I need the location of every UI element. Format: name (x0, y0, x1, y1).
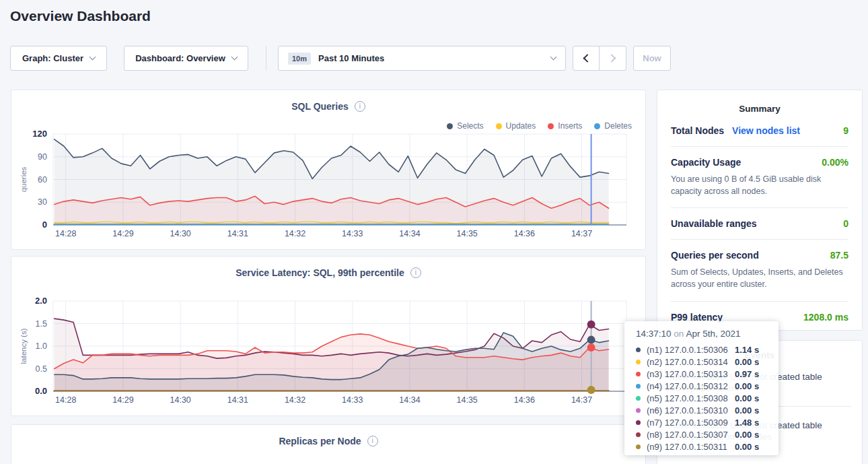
crosshair-dot (587, 386, 595, 394)
summary-row-value: 87.5 (830, 250, 848, 261)
x-tick-label: 14:36 (514, 229, 535, 238)
series-dot-icon (636, 384, 641, 389)
dashboard-dropdown-label: Dashboard: Overview (135, 53, 225, 63)
chevron-right-icon (608, 54, 616, 63)
x-tick-label: 14:35 (457, 395, 478, 405)
x-tick-label: 14:30 (170, 395, 191, 405)
tooltip-time: 14:37:10 (636, 329, 672, 339)
tooltip-node-label: (n6) 127.0.0.1:50310 (647, 405, 735, 416)
tooltip-node-row: (n7) 127.0.0.1:503091.48 s (636, 416, 779, 428)
graph-dropdown[interactable]: Graph: Cluster (10, 46, 107, 71)
summary-row-label: Total Nodes (671, 125, 724, 136)
x-tick-label: 14:34 (399, 229, 420, 238)
x-tick-label: 14:33 (342, 229, 363, 238)
summary-row: Unavailable ranges0 (671, 208, 848, 240)
y-axis-unit-label: queries (20, 166, 28, 192)
y-tick-label: 1.5 (36, 319, 47, 329)
y-axis-unit-label: latency (s) (20, 328, 28, 364)
now-button-label: Now (643, 53, 661, 63)
summary-title: Summary (657, 90, 862, 114)
chevron-down-icon (89, 54, 96, 61)
service-latency-chart[interactable]: 0.00.51.01.52.014:2814:2914:3014:3114:32… (11, 257, 645, 416)
series-dot-icon (636, 432, 641, 437)
summary-rows: Total NodesView nodes list9Capacity Usag… (671, 115, 848, 333)
crosshair-dot (587, 321, 595, 329)
chevron-down-icon (550, 54, 557, 61)
series-dot-icon (636, 420, 641, 425)
x-tick-label: 14:34 (399, 395, 420, 405)
tooltip-node-row: (n1) 127.0.0.1:503061.14 s (636, 343, 779, 356)
y-tick-label: 60 (38, 175, 47, 185)
sql-queries-chart[interactable]: 030609012014:2814:2914:3014:3114:3214:33… (11, 90, 645, 249)
time-range-dropdown[interactable]: 10m Past 10 Minutes (278, 46, 566, 71)
x-tick-label: 14:36 (514, 395, 535, 405)
series-dot-icon (636, 444, 641, 449)
tooltip-node-label: (n9) 127.0.0.1:50311 (647, 442, 735, 452)
info-icon[interactable]: i (367, 436, 378, 446)
x-tick-label: 14:37 (571, 229, 592, 238)
x-tick-label: 14:33 (342, 395, 363, 405)
x-tick-label: 14:29 (112, 229, 133, 238)
summary-row-value: 1208.0 ms (803, 312, 848, 323)
y-tick-label: 30 (38, 197, 47, 207)
tooltip-node-value: 1.48 s (735, 418, 759, 428)
x-tick-label: 14:31 (227, 229, 248, 238)
tooltip-node-value: 0.00 s (735, 393, 759, 403)
tooltip-node-row: (n9) 127.0.0.1:503110.00 s (636, 440, 779, 453)
y-tick-label: 90 (38, 152, 47, 162)
chevron-left-icon (583, 54, 591, 63)
summary-row-desc: You are using 0 B of 4.5 GiB usable disk… (671, 173, 848, 197)
service-latency-card: Service Latency: SQL, 99th percentile i … (11, 256, 646, 416)
tooltip-rows: (n1) 127.0.0.1:503061.14 s(n2) 127.0.0.1… (636, 343, 779, 453)
x-tick-label: 14:30 (170, 229, 191, 238)
toolbar-divider (266, 46, 266, 71)
tooltip-node-label: (n4) 127.0.0.1:50312 (647, 381, 735, 391)
tooltip-node-value: 0.00 s (735, 405, 759, 416)
tooltip-node-row: (n3) 127.0.0.1:503130.97 s (636, 368, 779, 380)
tooltip-node-value: 0.00 s (735, 357, 759, 367)
tooltip-node-row: (n6) 127.0.0.1:503100.00 s (636, 404, 779, 416)
chevron-down-icon (231, 54, 238, 61)
view-nodes-link[interactable]: View nodes list (732, 125, 800, 136)
summary-row-head: Unavailable ranges0 (671, 218, 848, 229)
tooltip-node-row: (n8) 127.0.0.1:503070.00 s (636, 428, 779, 440)
x-tick-label: 14:29 (112, 395, 133, 405)
next-time-button[interactable] (600, 46, 626, 70)
graph-dropdown-label: Graph: Cluster (22, 53, 83, 63)
tooltip-node-value: 0.00 s (735, 442, 759, 452)
summary-row-label: Unavailable ranges (671, 218, 757, 229)
tooltip-node-value: 0.00 s (735, 381, 759, 391)
crosshair-dot (587, 343, 595, 352)
series-dot-icon (636, 347, 641, 352)
summary-row: Capacity Usage0.00%You are using 0 B of … (671, 147, 848, 208)
series-dot-icon (636, 360, 641, 364)
series-dot-icon (636, 408, 641, 413)
tooltip-node-label: (n1) 127.0.0.1:50306 (647, 345, 735, 355)
summary-row-head: Queries per second87.5 (671, 250, 848, 261)
overview-dashboard-page: Overview Dashboard Graph: Cluster Dashbo… (0, 0, 868, 464)
tooltip-node-row: (n4) 127.0.0.1:503120.00 s (636, 380, 779, 392)
summary-row-label: Queries per second (671, 250, 759, 261)
x-tick-label: 14:32 (285, 395, 305, 405)
y-tick-label: 0.0 (35, 386, 47, 396)
time-pager (573, 46, 626, 71)
series-dot-icon (636, 372, 641, 376)
y-tick-label: 0 (42, 220, 47, 230)
time-range-badge: 10m (288, 53, 311, 65)
x-tick-label: 14:31 (227, 395, 248, 405)
replicas-per-node-card: Replicas per Node i (11, 424, 646, 464)
crosshair-dot (587, 336, 595, 344)
prev-time-button[interactable] (573, 46, 600, 70)
summary-row-head: Capacity Usage0.00% (671, 157, 848, 168)
tooltip-date: Apr 5th, 2021 (686, 329, 740, 339)
series-dot-icon (636, 396, 641, 401)
y-tick-label: 2.0 (35, 296, 47, 306)
x-tick-label: 14:35 (457, 229, 478, 238)
now-button[interactable]: Now (633, 46, 671, 71)
tooltip-node-label: (n7) 127.0.0.1:50309 (647, 418, 735, 428)
tooltip-node-label: (n5) 127.0.0.1:50308 (647, 393, 735, 403)
sql-queries-card: SQL Queries i SelectsUpdatesInsertsDelet… (11, 90, 646, 250)
summary-row: Total NodesView nodes list9 (671, 115, 848, 147)
y-tick-label: 0.5 (36, 364, 47, 374)
dashboard-dropdown[interactable]: Dashboard: Overview (124, 46, 248, 71)
